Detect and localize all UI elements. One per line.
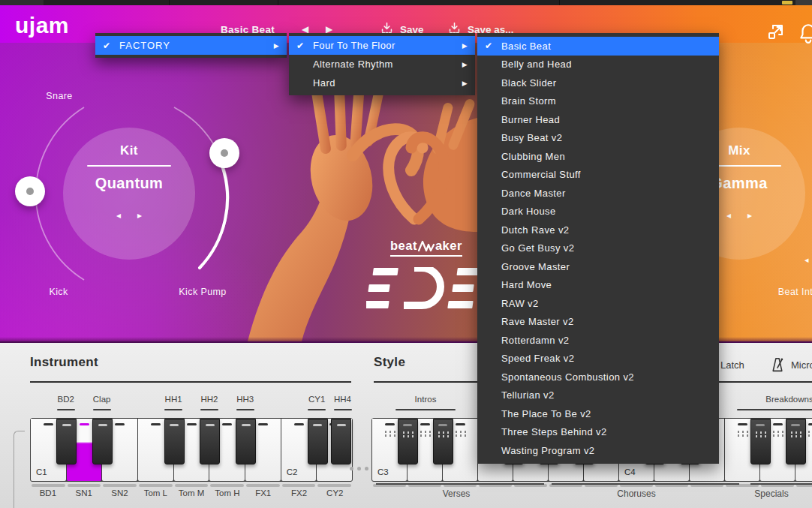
preset-menu-item[interactable]: Go Get Busy v2 [477,239,719,258]
latch-button[interactable]: Latch [720,359,744,371]
black-key-label-line [334,409,352,410]
window-strip-segment [0,0,44,5]
check-icon: ✔ [485,41,501,51]
instrument-keyboard: C1 C2 [30,418,353,482]
preset-menu-item[interactable]: Speed Freak v2 [477,350,719,368]
white-key-label: Tom H [215,488,239,497]
slider-label-kick-pump: Kick Pump [179,287,226,297]
check-icon: ✔ [103,41,119,51]
kit-prev-arrow[interactable]: ◂ [116,210,121,221]
black-key-label-line [236,409,254,410]
black-key-label-line [308,409,326,410]
preset-menu-item[interactable]: Wasting Program v2 [477,441,719,460]
black-key-label: HH2 [200,395,218,404]
white-key-label: FX2 [291,488,307,497]
window-strip-divider [559,0,560,5]
edge-slider-arrow: ◂ [804,255,809,265]
style-black-key[interactable] [786,419,806,464]
kit-knob[interactable]: Kit Quantum ◂ ▸ [63,128,195,260]
preset-subcategory-menu: ✔ Four To The Floor ▶ Alternate Rhythm ▶… [289,33,475,95]
preset-category-menu: ✔ FACTORY ▶ [95,33,287,58]
mix-prev-arrow[interactable]: ◂ [726,210,731,221]
preset-menu-item[interactable]: Burner Head [477,110,719,129]
menu-item-alternate-rhythm[interactable]: Alternate Rhythm ▶ [289,55,475,74]
style-group-line [737,409,812,410]
brand-suffix: aker [435,239,462,253]
preset-menu-item[interactable]: Busy Beat v2 [477,129,719,148]
window-strip-segment [795,0,812,5]
group-label-specials: Specials [754,488,788,499]
key-bd2[interactable] [56,419,77,464]
key-hh1[interactable] [164,419,185,464]
preset-menu-item[interactable]: The Place To Be v2 [477,404,719,423]
preset-menu-item-selected[interactable]: ✔ Basic Beat [477,37,719,56]
preset-menu-item[interactable]: Hard Move [477,276,719,295]
white-key-label: Tom M [179,488,205,497]
preset-menu-item[interactable]: Dance Master [477,184,719,203]
verses-group-line [376,483,544,485]
micro-label: Micro [791,359,812,371]
preset-menu-item[interactable]: Commercial Stuff [477,166,719,185]
style-group-line [395,409,456,410]
window-strip-indicator [782,1,792,5]
preset-menu-item[interactable]: Groove Master [477,257,719,276]
chevron-right-icon: ▶ [274,42,279,50]
preset-menu-item[interactable]: Dark House [477,203,719,221]
preset-menu-item[interactable]: Spontaneous Combustion v2 [477,368,719,386]
black-key-label: BD2 [58,395,74,404]
window-strip [0,0,812,5]
eden-logotype [366,267,486,309]
beatmaker-eden-logo: beat aker EDEN [390,239,462,257]
preset-menu-item[interactable]: Rave Master v2 [477,313,719,332]
black-key-label-line [164,409,182,410]
kit-next-arrow[interactable]: ▸ [137,210,142,221]
key-hh4[interactable] [331,419,351,464]
key-hh2[interactable] [200,419,220,464]
menu-item-four-to-the-floor[interactable]: ✔ Four To The Floor ▶ [289,36,475,55]
preset-menu-item[interactable]: Dutch Rave v2 [477,221,719,239]
black-key-label: HH4 [334,395,351,404]
kick-pump-slider-thumb[interactable] [209,138,239,168]
snare-kick-slider-thumb[interactable] [15,176,45,206]
preset-menu-item[interactable]: Clubbing Men [477,147,719,166]
preset-menu-item[interactable]: Belly and Head [477,56,719,74]
mix-knob-value: Gamma [711,175,767,192]
preset-menu-item[interactable]: Rotterdamn v2 [477,331,719,350]
black-key-label-line [93,409,111,410]
key-clap[interactable] [92,419,113,464]
preset-menu-item[interactable]: Brain Storm [477,92,719,111]
preset-menu-item[interactable]: RAW v2 [477,294,719,313]
more-keys-icon [350,467,368,470]
octave-label: C2 [287,467,298,476]
notifications-bell-icon[interactable] [798,22,812,47]
style-black-key[interactable] [750,419,771,464]
metronome-icon [770,356,785,373]
style-black-key[interactable] [398,419,418,464]
key-cy1[interactable] [308,419,328,464]
resize-window-button[interactable] [766,22,786,44]
preset-menu-item[interactable]: Black Slider [477,74,719,92]
black-key-label: HH1 [165,395,182,404]
preset-menu-item[interactable]: Tellurian v2 [477,386,719,405]
white-key-label: BD1 [40,488,56,497]
chevron-right-icon: ▶ [462,42,468,50]
octave-label: C1 [36,467,47,476]
group-label-verses: Verses [443,488,471,499]
menu-item-factory[interactable]: ✔ FACTORY ▶ [95,36,287,55]
microtiming-button[interactable]: Micro [770,356,812,373]
key-hh3[interactable] [236,419,256,464]
mix-next-arrow[interactable]: ▸ [747,210,752,221]
black-key-label-line [200,409,218,410]
preset-menu-item[interactable]: Three Steps Behind v2 [477,423,719,442]
instrument-title: Instrument [30,355,98,370]
preset-list-menu: ✔ Basic Beat Belly and Head Black Slider… [477,33,719,464]
style-black-key[interactable] [433,419,453,464]
black-key-label-line [57,409,75,410]
white-key-label: SN2 [111,488,128,497]
brand-m-glyph [418,240,435,252]
chevron-right-icon: ▶ [462,80,468,87]
black-key-label: HH3 [236,395,254,404]
white-key-label: CY2 [326,488,343,497]
menu-item-hard[interactable]: Hard ▶ [289,74,475,92]
black-key-label: CY1 [308,395,325,404]
